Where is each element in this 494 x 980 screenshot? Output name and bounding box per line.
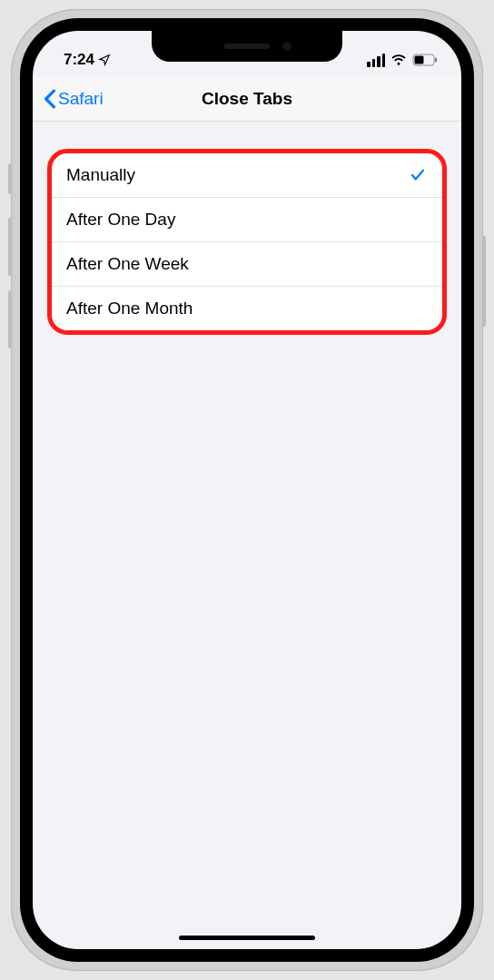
battery-icon xyxy=(412,54,438,66)
option-after-one-month[interactable]: After One Month xyxy=(52,287,442,330)
home-indicator[interactable] xyxy=(179,936,315,940)
status-time: 7:24 xyxy=(64,51,94,69)
notch xyxy=(152,31,342,62)
svg-rect-1 xyxy=(435,58,437,63)
power-button xyxy=(482,236,486,327)
speaker xyxy=(224,44,270,49)
volume-down-button xyxy=(8,290,12,348)
chevron-left-icon xyxy=(44,89,56,109)
option-label: After One Day xyxy=(66,210,175,230)
content-area: Manually After One Day After One Week xyxy=(33,122,461,335)
nav-bar: Safari Close Tabs xyxy=(33,76,461,122)
svg-rect-2 xyxy=(415,56,424,64)
wifi-icon xyxy=(390,54,407,66)
option-after-one-day[interactable]: After One Day xyxy=(52,198,442,242)
checkmark-icon xyxy=(410,167,426,183)
close-tabs-options-group: Manually After One Day After One Week xyxy=(47,149,447,335)
option-label: After One Week xyxy=(66,254,189,274)
cellular-signal-icon xyxy=(367,54,385,67)
device-frame: 7:24 xyxy=(11,9,483,971)
back-label: Safari xyxy=(58,89,104,109)
location-icon xyxy=(98,54,111,66)
option-label: Manually xyxy=(66,165,135,185)
option-manually[interactable]: Manually xyxy=(52,153,442,198)
option-label: After One Month xyxy=(66,299,193,318)
mute-switch xyxy=(8,163,12,194)
screen: 7:24 xyxy=(33,31,461,949)
back-button[interactable]: Safari xyxy=(44,89,104,109)
volume-up-button xyxy=(8,218,12,276)
front-camera xyxy=(282,42,291,51)
option-after-one-week[interactable]: After One Week xyxy=(52,242,442,287)
